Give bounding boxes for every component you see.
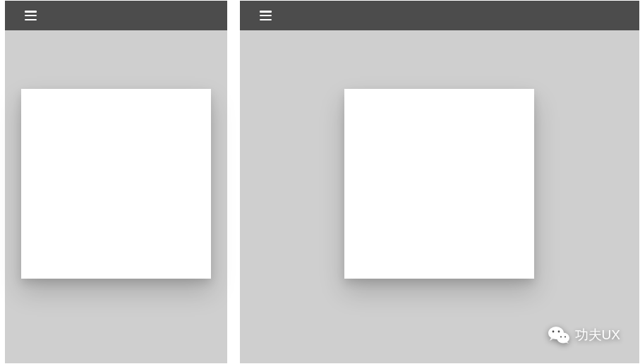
content-card	[21, 89, 211, 279]
responsive-demo-frames	[0, 0, 640, 363]
hamburger-icon[interactable]	[260, 11, 272, 20]
topbar	[5, 1, 227, 30]
wechat-icon	[548, 326, 569, 344]
content-card	[344, 89, 534, 279]
watermark: 功夫UX	[548, 326, 620, 344]
svg-point-5	[564, 336, 565, 337]
svg-point-4	[560, 336, 561, 337]
watermark-label: 功夫UX	[575, 326, 620, 344]
svg-point-3	[557, 331, 560, 333]
topbar	[240, 1, 639, 30]
frame-wide	[240, 1, 639, 363]
svg-point-1	[557, 333, 569, 344]
hamburger-icon[interactable]	[25, 11, 37, 20]
frame-narrow	[5, 1, 227, 363]
svg-point-2	[552, 331, 554, 333]
